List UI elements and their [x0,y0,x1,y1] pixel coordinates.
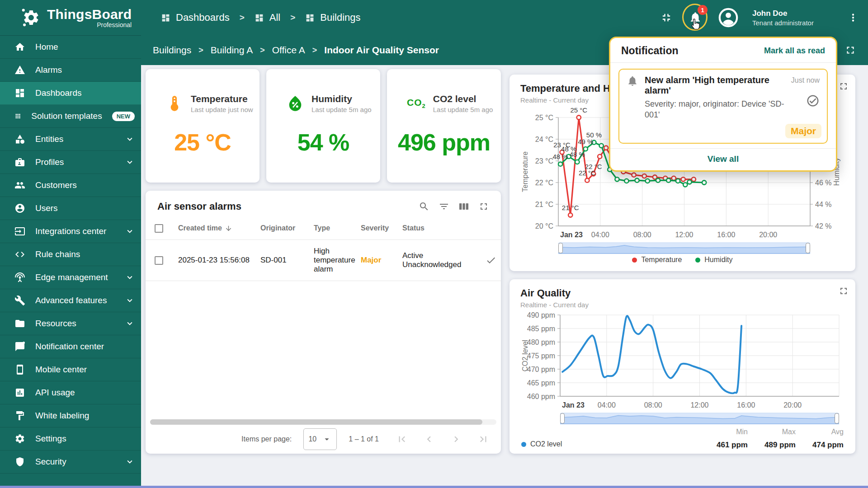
svg-text:42 %: 42 % [815,222,831,230]
warning-icon [14,65,25,75]
folder-icon [14,318,25,329]
sidebar-item-solution-templates[interactable]: Solution templatesNEW [0,105,141,128]
sidebar-item-customers[interactable]: Customers [0,174,141,197]
sidebar-item-mobile-center[interactable]: Mobile center [0,358,141,381]
filter-icon[interactable] [439,201,449,212]
page-breadcrumb-indoor-air-quality-sensor[interactable]: Indoor Air Quality Sensor [324,45,439,56]
sidebar-item-resources[interactable]: Resources [0,312,141,335]
page-breadcrumb-building-a[interactable]: Building A [211,45,253,56]
alarm-table-row[interactable]: 2025-01-23 15:56:08 SD-001 High temperat… [146,239,501,281]
top-breadcrumb-buildings[interactable]: Buildings [305,12,360,23]
chart-title: Air Quality [520,287,844,299]
antenna-icon [14,272,25,283]
caret-down-icon [322,434,332,444]
columns-icon[interactable] [458,201,469,212]
svg-text:44 %: 44 % [815,201,831,208]
fullscreen-icon [838,286,849,296]
toolbar-fullscreen-icon[interactable] [844,44,856,56]
row-checkbox[interactable] [155,256,163,265]
notification-item[interactable]: New alarm 'High temperature alarm' Just … [618,69,828,144]
person-icon [14,203,25,214]
search-icon [419,201,429,212]
popup-title: Notification [621,45,679,57]
svg-text:Temperature: Temperature [521,151,529,192]
mark-read-icon[interactable] [806,94,820,108]
sidebar-item-profiles[interactable]: Profiles [0,151,141,174]
sidebar-item-edge-management[interactable]: Edge management [0,266,141,289]
view-all-button[interactable]: View all [708,154,739,164]
notifications-bell-button[interactable]: 1 [686,7,704,28]
sidebar-item-security[interactable]: Security [0,450,141,474]
table-horizontal-scrollbar[interactable] [150,419,496,425]
legend-item-temperature[interactable]: Temperature [632,256,682,264]
breadcrumb-separator: > [312,46,317,55]
brand-logo[interactable]: ThingsBoard Professional [0,7,141,28]
top-breadcrumb-all[interactable]: All [255,12,280,23]
notification-item-title: New alarm 'High temperature alarm' [645,75,785,96]
select-all-checkbox[interactable] [155,224,163,233]
column-header-severity[interactable]: Severity [361,224,402,232]
legend-item-humidity[interactable]: Humidity [695,256,732,264]
sidebar-item-home[interactable]: Home [0,36,141,59]
svg-text:22 °C: 22 °C [535,179,553,187]
svg-text:460 ppm: 460 ppm [527,393,555,400]
search-icon[interactable] [419,201,429,212]
sidebar-item-label: Dashboards [35,88,81,98]
more-menu-icon[interactable] [847,12,859,23]
svg-text:20 °C: 20 °C [535,222,553,230]
next-page-icon[interactable] [450,433,462,445]
first-page-icon[interactable] [396,433,408,445]
table-paginator: Items per page: 10 1 – 1 of 1 [146,425,501,454]
chart-fullscreen-icon[interactable] [838,81,849,92]
sidebar-item-integrations-center[interactable]: Integrations center [0,220,141,243]
page-size-select[interactable]: 10 [303,428,337,450]
sidebar-item-users[interactable]: Users [0,197,141,220]
sidebar-item-rule-chains[interactable]: Rule chains [0,243,141,266]
prev-page-icon[interactable] [423,433,435,445]
svg-text:470 ppm: 470 ppm [527,366,555,373]
notification-severity-badge: Major [785,124,821,138]
time-range-slider[interactable] [558,241,844,255]
sidebar-item-alarms[interactable]: Alarms [0,59,141,82]
people-icon [14,180,25,191]
acknowledge-icon[interactable] [486,255,496,266]
last-page-icon[interactable] [477,433,489,445]
page-breadcrumb-buildings[interactable]: Buildings [153,45,191,56]
column-header-type[interactable]: Type [314,224,361,232]
sidebar-item-settings[interactable]: Settings [0,427,141,450]
last-page-icon [477,433,489,445]
sidebar-item-label: API usage [35,388,75,398]
alarms-widget-title: Air sensor alarms [157,201,241,212]
mark-all-as-read-link[interactable]: Mark all as read [764,46,825,56]
sidebar-item-entities[interactable]: Entities [0,128,141,151]
code-icon [14,249,25,260]
top-breadcrumb-dashboards[interactable]: Dashboards [161,12,230,23]
sidebar-item-notification-center[interactable]: Notification center [0,335,141,358]
chevron-down-icon [125,296,135,305]
sidebar-item-advanced-features[interactable]: Advanced features [0,289,141,312]
badge-icon [14,157,25,168]
chart-icon [14,387,25,398]
alarms-fullscreen-icon[interactable] [478,201,489,212]
user-avatar[interactable] [718,7,739,28]
breadcrumb-label: Buildings [320,12,360,23]
column-header-status[interactable]: Status [402,224,476,232]
page-breadcrumb-office-a[interactable]: Office A [272,45,305,56]
sidebar-item-dashboards[interactable]: Dashboards [0,82,141,105]
sidebar-item-white-labeling[interactable]: White labeling [0,404,141,427]
notification-item-body: Severity: major, originator: Device 'SD-… [645,99,798,121]
svg-text:480 ppm: 480 ppm [527,338,555,346]
co2-level-card: CO2CO2 levelLast update 5m ago496 ppm [387,69,501,183]
chart-legend[interactable]: CO2 level [521,440,562,448]
chevron-down-icon [125,296,135,305]
brand-subtitle: Professional [97,21,132,28]
collapse-icon[interactable] [660,11,673,24]
scrollbar-thumb[interactable] [150,419,482,425]
column-header-originator[interactable]: Originator [260,224,314,232]
time-range-slider[interactable] [560,412,844,425]
column-header-created-time[interactable]: Created time [178,224,260,232]
user-info[interactable]: John Doe Tenant administrator [752,9,834,27]
svg-text:04:00: 04:00 [598,401,616,409]
sidebar-item-api-usage[interactable]: API usage [0,381,141,404]
chart-fullscreen-icon[interactable] [838,286,849,296]
